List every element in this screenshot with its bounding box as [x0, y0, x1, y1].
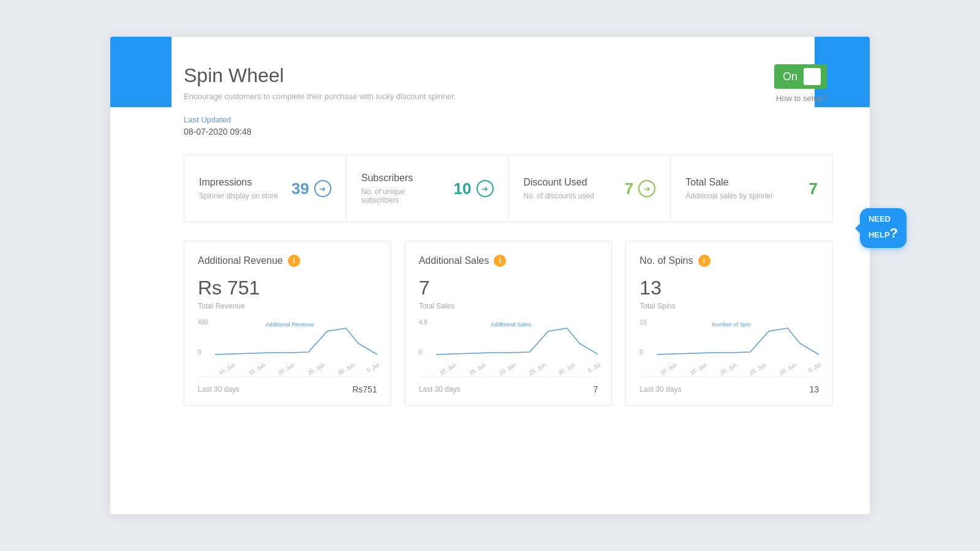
- chart-sales-value: 7: [419, 277, 598, 299]
- last-updated-value: 08-07-2020 09:48: [184, 127, 833, 137]
- setup-link[interactable]: How to setup?: [774, 94, 827, 103]
- chart-revenue-area: 480 0 Additional Revenue 10. Jun 15. Jun…: [198, 319, 377, 368]
- chart-sales: Additional Sales i 7 Total Sales 4.8 0 A…: [405, 241, 612, 406]
- chart-spins: No. of Spins i 13 Total Spins 10 0 Numbe…: [625, 241, 833, 406]
- chart-spins-area: 10 0 Number of Spin 10. Jun 15. Jun 20. …: [639, 319, 819, 368]
- chart-revenue-footer: Last 30 days Rs751: [198, 377, 377, 394]
- toggle-button[interactable]: On: [774, 64, 827, 89]
- revenue-info-icon[interactable]: i: [288, 255, 300, 267]
- chart-spins-value: 13: [639, 277, 819, 299]
- stat-totalsale: Total Sale Additional sales by spinner 7: [671, 156, 832, 222]
- chart-revenue-title: Additional Revenue i: [198, 255, 377, 267]
- spins-info-icon[interactable]: i: [698, 255, 710, 267]
- stat-impressions-desc: Spinner display on store: [199, 192, 282, 200]
- need-help-bubble[interactable]: NEEDHELP?: [860, 208, 907, 248]
- stat-impressions: Impressions Spinner display on store 39 …: [184, 156, 347, 222]
- chart-spins-title: No. of Spins i: [639, 255, 819, 267]
- stat-totalsale-name: Total Sale: [685, 177, 799, 188]
- stat-subscribers-value: 10: [454, 179, 472, 198]
- last-updated-section: Last Updated 08-07-2020 09:48: [184, 115, 833, 137]
- chart-sales-footer: Last 30 days 7: [419, 377, 598, 394]
- chart-cards-row: Additional Revenue i Rs 751 Total Revenu…: [184, 241, 833, 406]
- stat-subscribers-arrow: ➔: [477, 180, 494, 197]
- svg-text:Number of Spin: Number of Spin: [712, 321, 752, 328]
- svg-text:Additional Sales: Additional Sales: [491, 321, 531, 328]
- svg-text:Additional Revenue: Additional Revenue: [265, 321, 314, 328]
- last-updated-label: Last Updated: [184, 115, 833, 124]
- stat-impressions-name: Impressions: [199, 177, 282, 188]
- stat-discount-desc: No. of discounts used: [524, 192, 615, 200]
- chart-spins-footer: Last 30 days 13: [639, 377, 819, 394]
- page-subtitle: Encourage customers to complete their pu…: [184, 92, 456, 101]
- stat-totalsale-desc: Additional sales by spinner: [685, 192, 799, 200]
- stats-card: Impressions Spinner display on store 39 …: [184, 155, 833, 222]
- stat-discount: Discount Used No. of discounts used 7 ➔: [509, 156, 671, 222]
- stat-impressions-arrow: ➔: [314, 180, 331, 197]
- toggle-area: On How to setup?: [774, 64, 827, 103]
- chart-sales-title: Additional Sales i: [419, 255, 598, 267]
- stat-discount-arrow: ➔: [638, 180, 655, 197]
- page-title: Spin Wheel: [184, 64, 456, 87]
- sales-info-icon[interactable]: i: [494, 255, 506, 267]
- stat-subscribers-name: Subscribers: [361, 173, 444, 184]
- toggle-label: On: [783, 70, 797, 83]
- stat-subscribers: Subscribers No. of unique subscribers 10…: [347, 156, 509, 222]
- stat-discount-name: Discount Used: [524, 177, 615, 188]
- stat-impressions-value: 39: [292, 179, 309, 198]
- chart-revenue-value: Rs 751: [198, 277, 377, 299]
- stat-subscribers-desc: No. of unique subscribers: [361, 187, 444, 204]
- chart-sales-area: 4.8 0 Additional Sales 10. Jun 15. Jun 2…: [419, 319, 598, 368]
- chart-revenue-label: Total Revenue: [198, 302, 377, 310]
- chart-sales-label: Total Sales: [419, 302, 598, 310]
- toggle-switch: [804, 68, 821, 85]
- chart-revenue: Additional Revenue i Rs 751 Total Revenu…: [184, 241, 391, 406]
- chart-spins-label: Total Spins: [639, 302, 819, 310]
- header-left: Spin Wheel Encourage customers to comple…: [184, 64, 456, 101]
- stat-discount-value: 7: [625, 179, 633, 198]
- stat-totalsale-value: 7: [809, 179, 818, 198]
